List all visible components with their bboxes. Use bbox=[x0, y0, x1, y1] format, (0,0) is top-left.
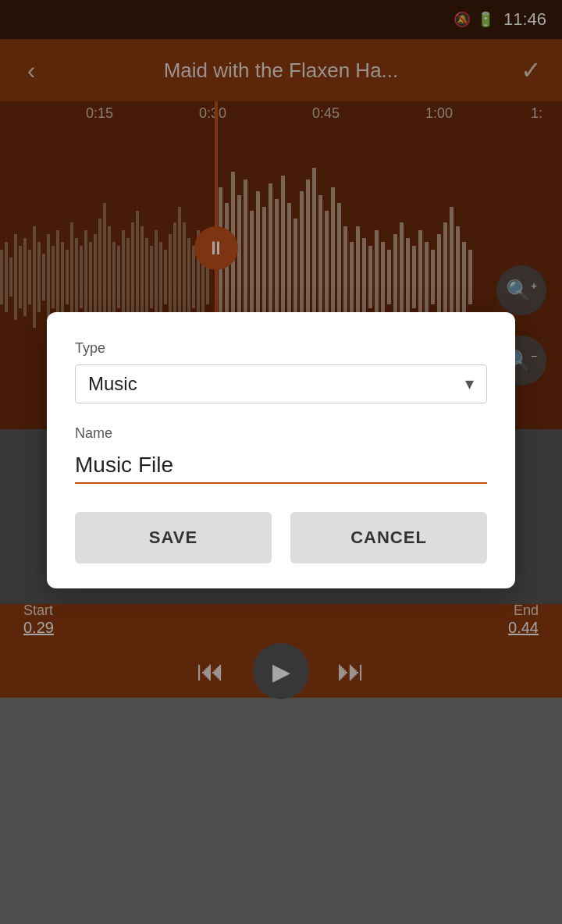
dialog-buttons: SAVE CANCEL bbox=[75, 512, 487, 563]
type-label: Type bbox=[75, 340, 487, 357]
chevron-down-icon: ▾ bbox=[465, 374, 474, 394]
cancel-button[interactable]: CANCEL bbox=[290, 512, 487, 563]
dialog-overlay: Type Music ▾ Name SAVE CANCEL bbox=[0, 0, 562, 924]
save-dialog: Type Music ▾ Name SAVE CANCEL bbox=[47, 312, 515, 588]
name-label: Name bbox=[75, 425, 487, 442]
name-input[interactable] bbox=[75, 448, 487, 484]
type-select[interactable]: Music ▾ bbox=[75, 364, 487, 403]
save-button[interactable]: SAVE bbox=[75, 512, 272, 563]
type-select-value: Music bbox=[88, 373, 137, 395]
